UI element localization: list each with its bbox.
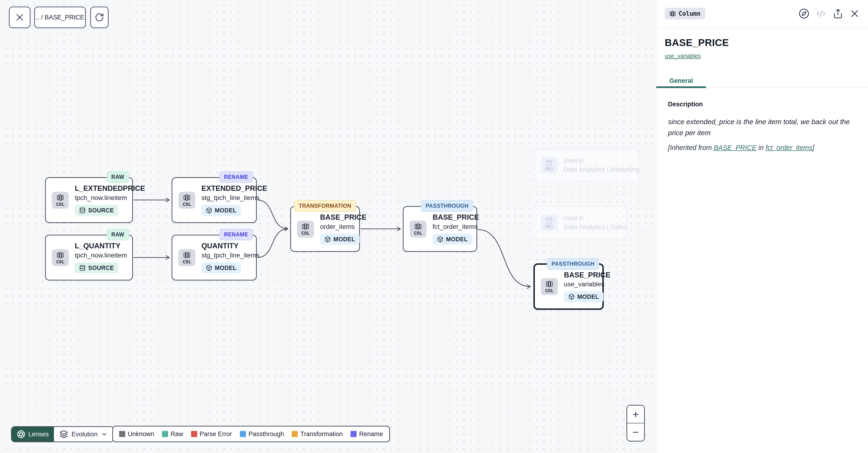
node-text: QUANTITYstg_tpch_line_itemsMODEL	[202, 242, 256, 274]
node-title: BASE_PRICE	[433, 213, 479, 222]
node-kind-tag: SOURCE	[75, 262, 118, 274]
node-kind-tag: MODEL	[564, 291, 603, 302]
refresh-icon	[95, 13, 104, 22]
columns-icon	[414, 223, 422, 230]
evolution-type-badge: RAW	[107, 171, 129, 183]
node-title: BASE_PRICE	[564, 271, 610, 279]
column-chip: COL	[541, 278, 558, 295]
evolution-legend: UnknownRawParse ErrorPassthroughTransfor…	[112, 426, 390, 442]
share-button[interactable]	[833, 8, 843, 19]
description-body: since extended_price is the line item to…	[665, 116, 857, 138]
node-title: L_EXTENDEDPRICE	[75, 184, 145, 193]
lineage-node-l_quantity[interactable]: RAWCOLL_QUANTITYtpch_now.lineitemSOURCE	[45, 235, 133, 281]
node-subtitle: tpch_now.lineitem	[75, 194, 127, 202]
column-chip: COL	[179, 192, 195, 209]
tab-general[interactable]: General	[656, 74, 706, 88]
column-chip: COL	[179, 249, 195, 266]
inherited-model-link[interactable]: fct_order_items	[766, 144, 812, 151]
columns-icon	[302, 223, 309, 230]
lens-mode-label: Evolution	[71, 431, 97, 438]
used-in-label: Used In	[563, 157, 639, 164]
node-kind-tag: MODEL	[433, 234, 472, 245]
used-in-name: Data Analytics | Sales	[563, 223, 627, 231]
close-icon	[15, 13, 24, 22]
entity-type-badge: Column	[665, 8, 705, 20]
node-title: BASE_PRICE	[320, 213, 367, 222]
zoom-in-button[interactable]: +	[627, 405, 644, 423]
lineage-node-base_price_order_items[interactable]: TRANSFORMATIONCOLBASE_PRICEorder_itemsMO…	[290, 206, 360, 252]
lenses-label: Lenses	[28, 431, 49, 438]
cube-icon	[568, 294, 575, 300]
legend-item-parse-error: Parse Error	[191, 430, 232, 438]
legend-label: Transformation	[300, 430, 343, 438]
node-title: QUANTITY	[202, 242, 239, 250]
used-in-label: Used In	[563, 215, 627, 222]
close-lineage-button[interactable]	[9, 6, 30, 28]
panel-header: Column	[656, 0, 868, 28]
ghost-text: Used InData Analytics | Marketing	[563, 157, 639, 173]
compass-icon	[799, 8, 809, 19]
node-kind-tag: MODEL	[202, 205, 241, 216]
lineage-canvas[interactable]: PRJUsed InData Analytics | MarketingPRJU…	[0, 0, 656, 453]
breadcrumb[interactable]: .. / BASE_PRICE	[34, 6, 86, 28]
lineage-node-extended_price[interactable]: RENAMECOLEXTENDED_PRICEstg_tpch_line_ite…	[172, 177, 257, 223]
lineage-node-quantity[interactable]: RENAMECOLQUANTITYstg_tpch_line_itemsMODE…	[172, 235, 257, 281]
node-kind-label: MODEL	[215, 207, 237, 214]
node-title: L_QUANTITY	[75, 242, 121, 250]
lineage-node-base_price_uv[interactable]: PASSTHROUGHCOLBASE_PRICEuse_variablesMOD…	[533, 263, 604, 310]
database-icon	[79, 265, 86, 271]
node-kind-label: SOURCE	[88, 264, 114, 271]
column-chip: COL	[410, 221, 427, 237]
node-subtitle: tpch_now.lineitem	[75, 252, 127, 259]
cube-icon	[206, 207, 212, 214]
node-kind-label: MODEL	[215, 264, 237, 271]
legend-label: Passthrough	[249, 430, 284, 438]
inherited-column-link[interactable]: BASE_PRICE	[714, 144, 756, 151]
node-subtitle: stg_tpch_line_items	[202, 194, 259, 202]
evolution-type-badge: RAW	[107, 229, 129, 240]
model-link[interactable]: use_variables	[665, 53, 701, 59]
legend-swatch	[240, 431, 246, 437]
description-heading: Description	[665, 101, 860, 108]
lineage-node-base_price_fct[interactable]: PASSTHROUGHCOLBASE_PRICEfct_order_itemsM…	[403, 206, 477, 252]
legend-swatch	[350, 431, 356, 437]
lens-mode-dropdown[interactable]: Evolution	[54, 427, 113, 442]
lineage-node-l_extendedprice[interactable]: RAWCOLL_EXTENDEDPRICEtpch_now.lineitemSO…	[45, 177, 133, 223]
chip-label: COL	[301, 231, 310, 235]
refresh-button[interactable]	[90, 6, 108, 28]
legend-item-raw: Raw	[162, 430, 183, 438]
column-chip: COL	[297, 221, 314, 237]
archive-icon	[546, 159, 553, 166]
lenses-control: Lenses Evolution	[11, 426, 114, 442]
zoom-out-button[interactable]: −	[627, 423, 644, 441]
evolution-type-badge: TRANSFORMATION	[294, 200, 356, 212]
evolution-type-badge: PASSTHROUGH	[421, 200, 473, 212]
explore-button[interactable]	[799, 8, 809, 19]
legend-item-passthrough: Passthrough	[240, 430, 284, 438]
column-title: BASE_PRICE	[665, 37, 860, 48]
legend-swatch	[162, 431, 168, 437]
used-in-node: PRJUsed InData Analytics | Sales	[534, 206, 626, 239]
project-chip: PRJ	[541, 215, 557, 231]
code-button[interactable]	[816, 8, 826, 19]
description-inherited: [Inherited from BASE_PRICE in fct_order_…	[665, 144, 860, 152]
evolution-type-badge: RENAME	[219, 171, 253, 183]
node-kind-label: MODEL	[333, 236, 355, 243]
share-icon	[833, 8, 843, 19]
zoom-controls: + −	[626, 405, 645, 442]
columns-icon	[57, 194, 64, 201]
lenses-button[interactable]: Lenses	[12, 427, 54, 442]
details-panel: Column BASE_PRICE use_variables General …	[656, 0, 868, 453]
layers-icon	[60, 430, 68, 438]
close-panel-button[interactable]	[850, 9, 860, 19]
chip-label: PRJ	[545, 167, 553, 171]
columns-icon	[546, 280, 553, 288]
node-kind-tag: MODEL	[202, 262, 241, 274]
chip-label: COL	[56, 259, 64, 264]
evolution-type-badge: RENAME	[219, 229, 253, 240]
legend-label: Raw	[171, 430, 183, 438]
column-chip: COL	[52, 249, 69, 266]
node-kind-label: SOURCE	[88, 207, 114, 214]
node-subtitle: order_items	[320, 223, 355, 230]
chip-label: COL	[414, 231, 422, 235]
